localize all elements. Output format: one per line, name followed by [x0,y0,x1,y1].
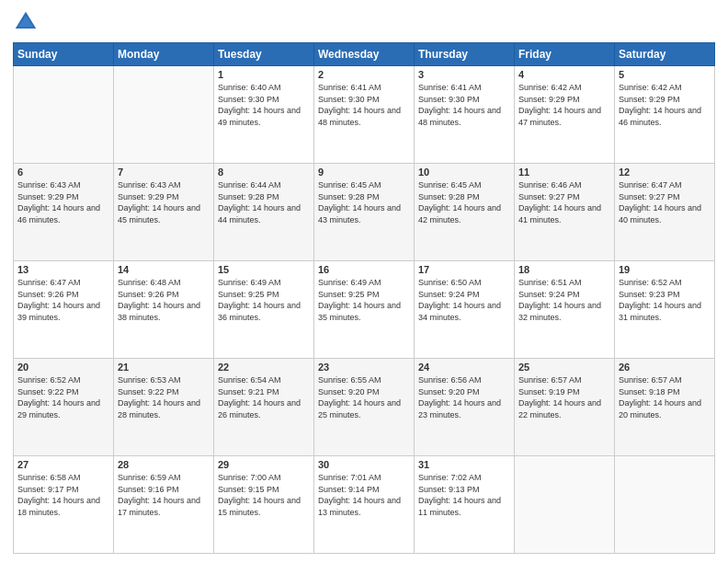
weekday-header-saturday: Saturday [615,43,715,66]
day-cell: 19Sunrise: 6:52 AM Sunset: 9:23 PM Dayli… [615,261,715,359]
day-cell: 25Sunrise: 6:57 AM Sunset: 9:19 PM Dayli… [515,359,615,456]
week-row-1: 1Sunrise: 6:40 AM Sunset: 9:30 PM Daylig… [14,66,715,164]
day-info: Sunrise: 6:49 AM Sunset: 9:25 PM Dayligh… [318,277,410,323]
day-number: 17 [418,264,510,275]
day-info: Sunrise: 6:42 AM Sunset: 9:29 PM Dayligh… [518,82,610,128]
day-number: 7 [118,167,210,178]
day-info: Sunrise: 6:55 AM Sunset: 9:20 PM Dayligh… [318,374,410,420]
day-cell [14,66,114,164]
day-info: Sunrise: 7:01 AM Sunset: 9:14 PM Dayligh… [318,472,410,518]
day-number: 11 [518,167,610,178]
day-number: 22 [218,362,310,373]
day-number: 29 [218,459,310,470]
day-cell: 1Sunrise: 6:40 AM Sunset: 9:30 PM Daylig… [214,66,314,164]
day-number: 27 [17,459,109,470]
day-cell: 24Sunrise: 6:56 AM Sunset: 9:20 PM Dayli… [415,359,515,456]
weekday-header-thursday: Thursday [415,43,515,66]
day-cell: 12Sunrise: 6:47 AM Sunset: 9:27 PM Dayli… [615,164,715,261]
day-cell: 13Sunrise: 6:47 AM Sunset: 9:26 PM Dayli… [14,261,114,359]
day-number: 13 [17,264,109,275]
day-info: Sunrise: 6:45 AM Sunset: 9:28 PM Dayligh… [418,179,510,225]
weekday-header-row: SundayMondayTuesdayWednesdayThursdayFrid… [14,43,715,66]
day-cell [114,66,214,164]
day-number: 12 [619,167,711,178]
day-cell: 31Sunrise: 7:02 AM Sunset: 9:13 PM Dayli… [415,456,515,554]
page: SundayMondayTuesdayWednesdayThursdayFrid… [0,0,728,563]
day-number: 4 [518,69,610,80]
day-cell: 14Sunrise: 6:48 AM Sunset: 9:26 PM Dayli… [114,261,214,359]
day-cell: 30Sunrise: 7:01 AM Sunset: 9:14 PM Dayli… [314,456,415,554]
day-cell: 15Sunrise: 6:49 AM Sunset: 9:25 PM Dayli… [214,261,314,359]
day-info: Sunrise: 6:49 AM Sunset: 9:25 PM Dayligh… [218,277,310,323]
day-cell: 29Sunrise: 7:00 AM Sunset: 9:15 PM Dayli… [214,456,314,554]
day-info: Sunrise: 6:44 AM Sunset: 9:28 PM Dayligh… [218,179,310,225]
day-cell [515,456,615,554]
day-info: Sunrise: 6:43 AM Sunset: 9:29 PM Dayligh… [118,179,210,225]
day-info: Sunrise: 6:41 AM Sunset: 9:30 PM Dayligh… [318,82,410,128]
day-cell: 16Sunrise: 6:49 AM Sunset: 9:25 PM Dayli… [314,261,415,359]
day-info: Sunrise: 6:51 AM Sunset: 9:24 PM Dayligh… [518,277,610,323]
day-cell: 9Sunrise: 6:45 AM Sunset: 9:28 PM Daylig… [314,164,415,261]
day-info: Sunrise: 6:46 AM Sunset: 9:27 PM Dayligh… [518,179,610,225]
day-cell: 8Sunrise: 6:44 AM Sunset: 9:28 PM Daylig… [214,164,314,261]
day-info: Sunrise: 6:56 AM Sunset: 9:20 PM Dayligh… [418,374,510,420]
day-cell: 10Sunrise: 6:45 AM Sunset: 9:28 PM Dayli… [415,164,515,261]
day-info: Sunrise: 7:02 AM Sunset: 9:13 PM Dayligh… [418,472,510,518]
day-info: Sunrise: 6:53 AM Sunset: 9:22 PM Dayligh… [118,374,210,420]
day-number: 9 [318,167,410,178]
day-cell: 23Sunrise: 6:55 AM Sunset: 9:20 PM Dayli… [314,359,415,456]
day-info: Sunrise: 7:00 AM Sunset: 9:15 PM Dayligh… [218,472,310,518]
day-number: 23 [318,362,410,373]
day-number: 30 [318,459,410,470]
day-cell: 26Sunrise: 6:57 AM Sunset: 9:18 PM Dayli… [615,359,715,456]
logo [13,9,42,35]
day-number: 2 [318,69,410,80]
weekday-header-tuesday: Tuesday [214,43,314,66]
day-info: Sunrise: 6:57 AM Sunset: 9:19 PM Dayligh… [518,374,610,420]
day-number: 1 [218,69,310,80]
day-cell: 7Sunrise: 6:43 AM Sunset: 9:29 PM Daylig… [114,164,214,261]
day-number: 3 [418,69,510,80]
day-cell: 21Sunrise: 6:53 AM Sunset: 9:22 PM Dayli… [114,359,214,456]
day-cell: 28Sunrise: 6:59 AM Sunset: 9:16 PM Dayli… [114,456,214,554]
day-info: Sunrise: 6:41 AM Sunset: 9:30 PM Dayligh… [418,82,510,128]
day-cell: 5Sunrise: 6:42 AM Sunset: 9:29 PM Daylig… [615,66,715,164]
logo-icon [13,9,39,35]
day-cell: 11Sunrise: 6:46 AM Sunset: 9:27 PM Dayli… [515,164,615,261]
day-info: Sunrise: 6:59 AM Sunset: 9:16 PM Dayligh… [118,472,210,518]
day-number: 16 [318,264,410,275]
day-number: 6 [17,167,109,178]
day-cell [615,456,715,554]
calendar: SundayMondayTuesdayWednesdayThursdayFrid… [13,42,715,554]
day-number: 31 [418,459,510,470]
day-number: 24 [418,362,510,373]
day-cell: 20Sunrise: 6:52 AM Sunset: 9:22 PM Dayli… [14,359,114,456]
day-number: 21 [118,362,210,373]
week-row-3: 13Sunrise: 6:47 AM Sunset: 9:26 PM Dayli… [14,261,715,359]
day-number: 19 [619,264,711,275]
day-number: 26 [619,362,711,373]
day-number: 5 [619,69,711,80]
day-number: 20 [17,362,109,373]
day-number: 25 [518,362,610,373]
day-info: Sunrise: 6:47 AM Sunset: 9:26 PM Dayligh… [17,277,109,323]
day-info: Sunrise: 6:52 AM Sunset: 9:23 PM Dayligh… [619,277,711,323]
day-info: Sunrise: 6:45 AM Sunset: 9:28 PM Dayligh… [318,179,410,225]
weekday-header-wednesday: Wednesday [314,43,415,66]
weekday-header-monday: Monday [114,43,214,66]
day-info: Sunrise: 6:58 AM Sunset: 9:17 PM Dayligh… [17,472,109,518]
day-cell: 4Sunrise: 6:42 AM Sunset: 9:29 PM Daylig… [515,66,615,164]
day-cell: 22Sunrise: 6:54 AM Sunset: 9:21 PM Dayli… [214,359,314,456]
day-cell: 27Sunrise: 6:58 AM Sunset: 9:17 PM Dayli… [14,456,114,554]
day-number: 28 [118,459,210,470]
day-info: Sunrise: 6:50 AM Sunset: 9:24 PM Dayligh… [418,277,510,323]
weekday-header-sunday: Sunday [14,43,114,66]
day-cell: 6Sunrise: 6:43 AM Sunset: 9:29 PM Daylig… [14,164,114,261]
day-info: Sunrise: 6:52 AM Sunset: 9:22 PM Dayligh… [17,374,109,420]
day-cell: 18Sunrise: 6:51 AM Sunset: 9:24 PM Dayli… [515,261,615,359]
day-cell: 17Sunrise: 6:50 AM Sunset: 9:24 PM Dayli… [415,261,515,359]
day-number: 14 [118,264,210,275]
day-number: 10 [418,167,510,178]
week-row-5: 27Sunrise: 6:58 AM Sunset: 9:17 PM Dayli… [14,456,715,554]
day-info: Sunrise: 6:42 AM Sunset: 9:29 PM Dayligh… [619,82,711,128]
